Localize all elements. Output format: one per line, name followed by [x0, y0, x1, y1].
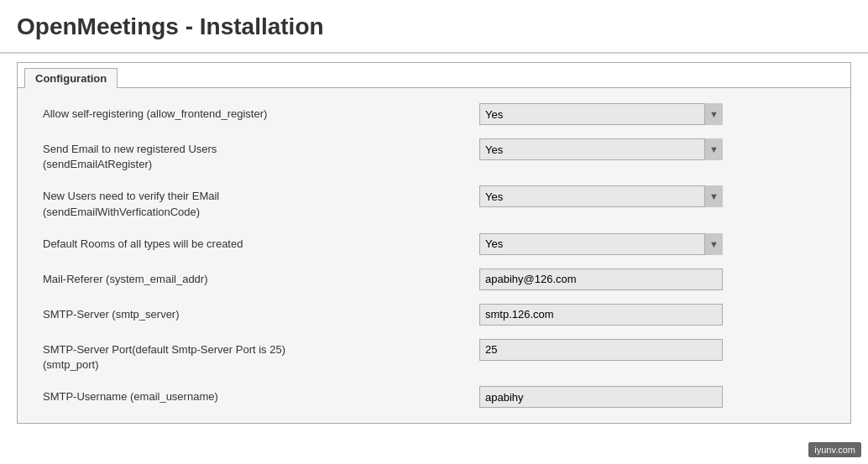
config-tab: Configuration	[24, 68, 118, 88]
page-header: OpenMeetings - Installation	[0, 0, 868, 54]
select-wrapper-allow-self-register[interactable]: YesNo▼	[479, 103, 723, 125]
input-smtp-server[interactable]	[479, 304, 723, 326]
form-row-smtp-username: SMTP-Username (email_username)	[43, 379, 825, 414]
form-control-allow-self-register[interactable]: YesNo▼	[479, 103, 825, 125]
select-allow-self-register[interactable]: YesNo	[479, 103, 723, 125]
config-body: Allow self-registering (allow_frontend_r…	[18, 88, 850, 423]
form-row-smtp-port: SMTP-Server Port(default Smtp-Server Por…	[43, 332, 825, 379]
page-title: OpenMeetings - Installation	[17, 13, 851, 40]
form-control-verify-email[interactable]: YesNo▼	[479, 185, 825, 207]
form-control-mail-referer[interactable]	[479, 268, 825, 290]
form-row-default-rooms: Default Rooms of all types will be creat…	[43, 227, 825, 262]
input-smtp-username[interactable]	[479, 386, 723, 408]
input-mail-referer[interactable]	[479, 268, 723, 290]
config-tab-wrapper: Configuration	[18, 63, 850, 88]
form-row-verify-email: New Users need to verify their EMail(sen…	[43, 179, 825, 226]
form-control-smtp-server[interactable]	[479, 304, 825, 326]
select-wrapper-default-rooms[interactable]: YesNo▼	[479, 233, 723, 255]
form-control-smtp-username[interactable]	[479, 386, 825, 408]
form-sublabel-send-email-register: (sendEmailAtRegister)	[43, 158, 152, 170]
form-row-allow-self-register: Allow self-registering (allow_frontend_r…	[43, 96, 825, 132]
form-control-smtp-port[interactable]	[479, 339, 825, 361]
form-label-smtp-username: SMTP-Username (email_username)	[43, 386, 479, 404]
form-label-mail-referer: Mail-Referer (system_email_addr)	[43, 268, 479, 287]
select-send-email-register[interactable]: YesNo	[479, 138, 723, 160]
form-row-mail-referer: Mail-Referer (system_email_addr)	[43, 262, 825, 297]
select-wrapper-verify-email[interactable]: YesNo▼	[479, 185, 723, 207]
select-default-rooms[interactable]: YesNo	[479, 233, 723, 255]
form-label-send-email-register: Send Email to new registered Users(sendE…	[43, 138, 479, 172]
form-sublabel-smtp-port: (smtp_port)	[43, 358, 98, 371]
input-smtp-port[interactable]	[479, 339, 723, 361]
watermark: iyunv.com	[808, 442, 861, 457]
form-label-verify-email: New Users need to verify their EMail(sen…	[43, 185, 479, 219]
main-content: Configuration Allow self-registering (al…	[0, 54, 868, 432]
config-panel: Configuration Allow self-registering (al…	[17, 62, 851, 424]
form-control-send-email-register[interactable]: YesNo▼	[479, 138, 825, 160]
form-label-smtp-server: SMTP-Server (smtp_server)	[43, 304, 479, 322]
form-row-send-email-register: Send Email to new registered Users(sendE…	[43, 132, 825, 179]
select-wrapper-send-email-register[interactable]: YesNo▼	[479, 138, 723, 160]
form-sublabel-verify-email: (sendEmailWithVerficationCode)	[43, 206, 200, 218]
form-row-smtp-server: SMTP-Server (smtp_server)	[43, 297, 825, 332]
form-label-allow-self-register: Allow self-registering (allow_frontend_r…	[43, 103, 479, 122]
form-label-default-rooms: Default Rooms of all types will be creat…	[43, 233, 479, 252]
form-control-default-rooms[interactable]: YesNo▼	[479, 233, 825, 255]
select-verify-email[interactable]: YesNo	[479, 185, 723, 207]
form-label-smtp-port: SMTP-Server Port(default Smtp-Server Por…	[43, 339, 479, 373]
